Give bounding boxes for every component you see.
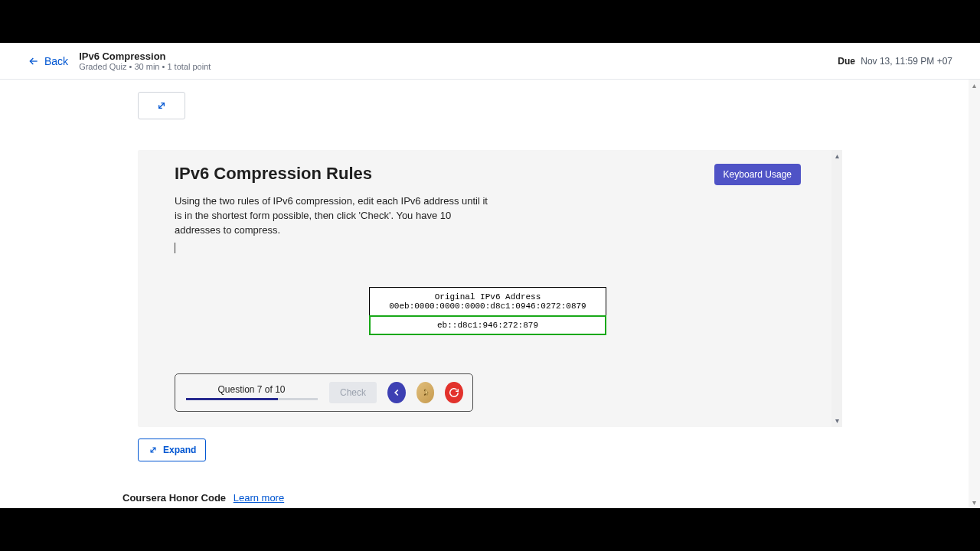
- expand-icon: [155, 99, 168, 112]
- chevron-right-icon: [420, 387, 431, 398]
- page-scrollbar[interactable]: ▴ ▾: [969, 80, 980, 508]
- honor-learn-more-link[interactable]: Learn more: [234, 492, 284, 504]
- page-subtitle: Graded Quiz • 30 min • 1 total point: [79, 62, 211, 71]
- progress-bar-fill: [186, 398, 278, 400]
- due-block: Due Nov 13, 11:59 PM +07: [838, 56, 952, 67]
- scroll-down-icon: ▾: [835, 417, 839, 425]
- original-address-box: Original IPv6 Address 00eb:0000:0000:000…: [369, 287, 606, 315]
- progress-bar: [186, 398, 318, 400]
- scroll-down-icon: ▾: [972, 498, 976, 507]
- main-scroll-area[interactable]: ▴ ▾ IPv6 Compression Rules Keyboard Usag…: [0, 80, 980, 508]
- back-button[interactable]: Back: [28, 55, 68, 67]
- address-box: Original IPv6 Address 00eb:0000:0000:000…: [369, 287, 606, 335]
- scroll-up-icon: ▴: [835, 152, 839, 160]
- text-cursor-icon: [175, 243, 175, 253]
- honor-title: Coursera Honor Code: [122, 492, 226, 504]
- app-window: Back IPv6 Compression Graded Quiz • 30 m…: [0, 43, 980, 508]
- page-title: IPv6 Compression: [79, 51, 211, 62]
- quiz-title: IPv6 Compression Rules: [175, 164, 372, 184]
- keyboard-usage-button[interactable]: Keyboard Usage: [714, 164, 801, 185]
- scroll-up-icon: ▴: [972, 81, 976, 90]
- topbar-left: Back IPv6 Compression Graded Quiz • 30 m…: [28, 51, 211, 71]
- quiz-frame-wrap: IPv6 Compression Rules Keyboard Usage Us…: [138, 150, 842, 461]
- check-button[interactable]: Check: [329, 382, 377, 403]
- quiz-frame: IPv6 Compression Rules Keyboard Usage Us…: [138, 150, 842, 427]
- expand-label: Expand: [163, 445, 196, 455]
- refresh-icon: [449, 387, 459, 398]
- compressed-address-input[interactable]: eb::d8c1:946:272:879: [369, 315, 606, 335]
- due-label: Due: [838, 56, 855, 67]
- letterbox-bottom: [0, 508, 980, 551]
- compressed-value: eb::d8c1:946:272:879: [437, 321, 538, 330]
- expand-icon: [148, 445, 158, 455]
- honor-code-section: Coursera Honor Code Learn more I, Thong …: [122, 492, 842, 508]
- topbar: Back IPv6 Compression Graded Quiz • 30 m…: [0, 43, 980, 80]
- quiz-content: IPv6 Compression Rules Keyboard Usage Us…: [138, 150, 831, 427]
- letterbox-top: [0, 0, 980, 43]
- quiz-instructions: Using the two rules of IPv6 compression,…: [175, 194, 488, 238]
- arrow-left-icon: [28, 55, 40, 67]
- chevron-left-icon: [391, 387, 402, 398]
- expand-top-button[interactable]: [138, 92, 185, 119]
- quiz-header-row: IPv6 Compression Rules Keyboard Usage: [175, 164, 801, 185]
- due-value: Nov 13, 11:59 PM +07: [861, 56, 952, 67]
- original-label: Original IPv6 Address: [377, 292, 598, 302]
- main-inner: IPv6 Compression Rules Keyboard Usage Us…: [138, 80, 842, 508]
- reset-button[interactable]: [445, 382, 463, 403]
- back-label: Back: [44, 55, 68, 67]
- expand-bottom-button[interactable]: Expand: [138, 439, 206, 461]
- question-info: Question 7 of 10: [185, 384, 318, 400]
- title-block: IPv6 Compression Graded Quiz • 30 min • …: [79, 51, 211, 71]
- question-text: Question 7 of 10: [217, 384, 285, 395]
- prev-question-button[interactable]: [387, 382, 406, 403]
- progress-panel: Question 7 of 10 Check: [175, 373, 473, 412]
- original-value: 00eb:0000:0000:0000:d8c1:0946:0272:0879: [377, 302, 598, 311]
- quiz-scrollbar[interactable]: ▴ ▾: [831, 150, 842, 427]
- next-question-button[interactable]: [416, 382, 435, 403]
- honor-title-row: Coursera Honor Code Learn more: [122, 492, 842, 504]
